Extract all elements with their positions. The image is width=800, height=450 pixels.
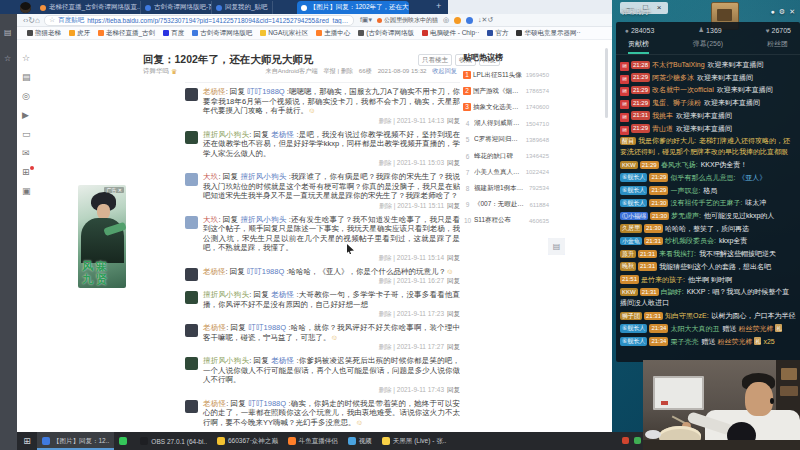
- chat-username[interactable]: 似乎有那么点儿意思:: [670, 174, 735, 181]
- overlay-tab[interactable]: 贡献榜: [628, 39, 649, 54]
- page-scrollbar[interactable]: [605, 48, 608, 118]
- bookmark-item[interactable]: 电脑硬件 - Chip··: [422, 29, 479, 38]
- comment-reply-link[interactable]: 回复: [447, 117, 460, 124]
- hot-topic-item[interactable]: 7 小美人鱼真人电影定档 1022424: [463, 164, 549, 180]
- reply-target[interactable]: 叮叮1988Q: [248, 323, 286, 332]
- comment-reply-link[interactable]: 回复: [447, 386, 460, 393]
- side-toolbar-icon[interactable]: ◎: [22, 92, 31, 101]
- hot-topic-title[interactable]: 小美人鱼真人电影定档: [474, 168, 524, 177]
- hot-topic-item[interactable]: 6 蜂花的缺口碑 1346425: [463, 148, 549, 164]
- chat-username[interactable]: 一声叹息:: [670, 187, 700, 194]
- comment-author[interactable]: 大玖: [203, 172, 218, 181]
- chat-username[interactable]: 春风水飞扬:: [661, 161, 698, 168]
- search-icon[interactable]: ◎: [443, 16, 449, 24]
- strip-star-icon[interactable]: ☆: [4, 54, 11, 63]
- browser-tab[interactable]: 【图片】回复：1202年了，还在大.. ×: [297, 1, 409, 14]
- comment-time[interactable]: 删除 | 2021-9-11 15:14: [378, 254, 444, 261]
- comment-author[interactable]: 老杨怪: [203, 399, 226, 408]
- taskbar-app-button[interactable]: 【图片】回复：12..: [37, 432, 114, 450]
- reply-target[interactable]: 擅折风小狗头: [240, 172, 286, 181]
- avatar[interactable]: [185, 88, 198, 101]
- bookmark-item[interactable]: 华硕电竞显示器网··: [516, 29, 580, 38]
- avatar[interactable]: [185, 131, 198, 144]
- extension-icons[interactable]: f▣▾: [360, 16, 372, 24]
- start-button[interactable]: ⊞: [17, 432, 37, 450]
- hot-topic-item[interactable]: 9 《007：无暇赴死》.. 611884: [463, 197, 549, 213]
- nav-icons[interactable]: ‹›↻⌂: [23, 15, 40, 26]
- hot-topic-title[interactable]: 抽象文化选美晚会: [473, 103, 524, 112]
- reply-target[interactable]: 叮叮1988Q: [248, 399, 286, 408]
- avatar[interactable]: [185, 357, 198, 370]
- taskbar-app-button[interactable]: 660367·众神之巅: [212, 432, 283, 450]
- side-toolbar-icon[interactable]: ☆: [22, 54, 31, 63]
- chat-message-list[interactable]: ✉21:28不太行BuTaiXing欢迎来到本直播间 ✉21:29阿茶少糖多冰欢…: [616, 55, 800, 347]
- avatar[interactable]: [185, 324, 198, 337]
- meta-ops[interactable]: 举报 | 删除: [323, 67, 353, 74]
- chat-username[interactable]: 来看我挨打:: [659, 250, 696, 257]
- overlay-tab[interactable]: 弹幕(256): [693, 39, 723, 54]
- taskbar-app-button[interactable]: 斗鱼直播伴侣: [283, 432, 343, 450]
- hot-topic-title[interactable]: 国产游戏《烟火》影..: [473, 87, 524, 96]
- comment-author[interactable]: 擅折风小狗头: [203, 356, 249, 365]
- comment-time[interactable]: 删除 | 2021-9-11 16:27: [378, 277, 444, 284]
- avatar[interactable]: [185, 268, 198, 281]
- comment-time[interactable]: 删除 | 2021-9-11 15:03: [378, 159, 444, 166]
- chat-username[interactable]: 知白守黑OzE:: [665, 312, 709, 319]
- chat-username[interactable]: 太阳大大真的丑: [670, 325, 719, 332]
- chat-username[interactable]: 青山道: [652, 125, 673, 132]
- hot-topic-item[interactable]: 5 C罗将迎回归首秀 1389648: [463, 132, 549, 148]
- comment-time[interactable]: 删除 | 2021-9-11 17:43: [378, 386, 444, 393]
- comment-author[interactable]: 老杨怪: [203, 267, 226, 276]
- floating-action-button[interactable]: ▤: [548, 238, 565, 255]
- new-tab-button[interactable]: +: [436, 1, 441, 11]
- browser-tab[interactable]: 回复我的_贴吧: [212, 1, 273, 14]
- bookmark-item[interactable]: 百度: [163, 29, 184, 38]
- hot-topic-title[interactable]: 湖人得到威斯布鲁克: [474, 119, 524, 128]
- browser-tab[interactable]: 古剑奇谭网络版吧-百度贴吧--热..: [141, 1, 212, 14]
- bookmark-item[interactable]: 熊猫老梯: [27, 29, 61, 38]
- bookmark-item[interactable]: (古剑奇谭网络版: [358, 29, 414, 38]
- comment-author[interactable]: 大玖: [203, 215, 218, 224]
- extension-blue-icon[interactable]: [466, 17, 473, 24]
- chat-username[interactable]: 阿茶少糖多冰: [652, 74, 694, 81]
- bookmark-star-icon[interactable]: ☆: [49, 16, 55, 24]
- side-toolbar-icon[interactable]: ▣: [22, 187, 31, 196]
- avatar[interactable]: [185, 400, 198, 413]
- hot-topic-title[interactable]: 福建新增1例本土确诊: [474, 184, 527, 193]
- taskbar-app-button[interactable]: 视频: [343, 432, 377, 450]
- username[interactable]: 诗舞华吗: [143, 67, 169, 76]
- hot-topic-title[interactable]: C罗将迎回归首秀: [474, 135, 524, 144]
- comment-reply-link[interactable]: 回复: [447, 202, 460, 209]
- bookmark-item[interactable]: 老梯径直播_古剑: [98, 29, 155, 38]
- comment-reply-link[interactable]: 回复: [447, 277, 460, 284]
- overlay-controls[interactable]: ●⚙✕: [771, 8, 795, 16]
- hot-search-text[interactable]: 公园里倒映水中的猫: [384, 16, 438, 25]
- hot-topic-item[interactable]: 8 福建新增1例本土确诊 792534: [463, 180, 549, 196]
- chat-username[interactable]: 梦无虚声:: [671, 212, 701, 219]
- chat-username[interactable]: 我挑丰: [652, 112, 673, 119]
- ad-banner[interactable]: 广告 ✕ 风寐九贤: [78, 185, 126, 288]
- extension-icon[interactable]: ▾: [368, 16, 372, 23]
- chat-username[interactable]: 白鼬好:: [661, 288, 684, 295]
- overlay-header[interactable]: 弹幕助手 ●⚙✕: [616, 2, 800, 22]
- side-toolbar-icon[interactable]: ▭: [22, 130, 31, 139]
- bookmark-item[interactable]: NGA玩家社区: [260, 29, 308, 38]
- overlay-control-icon[interactable]: ⚙: [779, 8, 785, 16]
- side-toolbar-icon[interactable]: ✉: [22, 149, 31, 158]
- hot-topic-item[interactable]: 3 抽象文化选美晚会 1740600: [463, 99, 549, 115]
- comment-reply-link[interactable]: 回复: [447, 254, 460, 261]
- hot-topic-item[interactable]: 1 LPL出征S11头像 1969450: [463, 67, 549, 83]
- comment-time[interactable]: 删除 | 2021-9-11 14:13: [378, 117, 444, 124]
- comment-time[interactable]: 删除 | 2021-9-11 17:27: [378, 343, 444, 350]
- chat-username[interactable]: 鬼蛋、狮子须粉: [652, 99, 701, 106]
- comment-reply-link[interactable]: 回复: [447, 310, 460, 317]
- bookmark-item[interactable]: 官方: [487, 29, 508, 38]
- overlay-tab[interactable]: 粉丝团: [767, 39, 788, 54]
- chat-username[interactable]: 是竹来的孩子:: [641, 276, 685, 283]
- url-text[interactable]: https://tieba.baidu.com/p/7532307194?pid…: [87, 17, 349, 24]
- reply-target[interactable]: 擅折风小狗头: [240, 215, 286, 224]
- reply-target[interactable]: 叮叮1988Q: [247, 87, 285, 96]
- tray-icon[interactable]: [634, 437, 641, 444]
- comment-author[interactable]: 擅折风小狗头: [203, 290, 249, 299]
- overlay-control-icon[interactable]: ●: [771, 8, 775, 16]
